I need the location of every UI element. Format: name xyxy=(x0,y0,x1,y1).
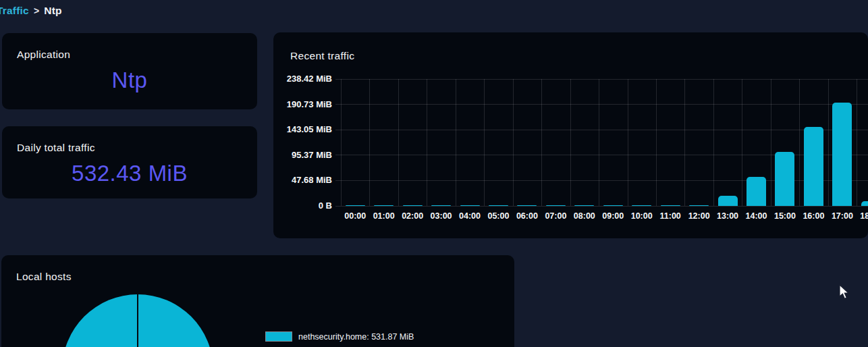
application-card: Application Ntp xyxy=(2,33,257,109)
v-gridline xyxy=(456,79,456,206)
x-tick-label: 13:00 xyxy=(711,211,744,221)
mouse-cursor-icon xyxy=(839,284,850,300)
x-tick-label: 17:00 xyxy=(826,211,859,221)
v-gridline xyxy=(599,79,599,206)
traffic-bar-16:00[interactable] xyxy=(804,127,823,206)
pie-legend-label: nethsecurity.home: 531.87 MiB xyxy=(298,332,414,342)
x-tick-label: 16:00 xyxy=(797,211,830,221)
traffic-bar-00:00[interactable] xyxy=(346,205,365,207)
v-gridline xyxy=(857,79,857,206)
x-tick-label: 04:00 xyxy=(454,211,486,221)
v-gridline xyxy=(513,79,514,206)
traffic-bar-10:00[interactable] xyxy=(632,205,651,207)
traffic-bar-08:00[interactable] xyxy=(574,205,594,207)
h-gridline xyxy=(335,104,868,105)
v-gridline xyxy=(628,79,628,206)
x-tick-label: 08:00 xyxy=(568,211,601,221)
v-gridline xyxy=(369,79,370,206)
y-tick-label: 190.73 MiB xyxy=(287,99,332,110)
application-card-title: Application xyxy=(17,49,70,61)
traffic-bar-09:00[interactable] xyxy=(603,205,623,207)
traffic-bar-01:00[interactable] xyxy=(374,205,394,207)
x-tick-label: 11:00 xyxy=(654,211,686,221)
daily-total-traffic-card: Daily total traffic 532.43 MiB xyxy=(2,126,257,198)
traffic-bar-18:00[interactable] xyxy=(861,201,868,206)
x-tick-label: 00:00 xyxy=(339,211,371,221)
x-tick-label: 07:00 xyxy=(539,211,572,221)
daily-total-value: 532.43 MiB xyxy=(2,161,257,186)
local-hosts-card-title: Local hosts xyxy=(16,271,72,283)
pie-slice-divider xyxy=(137,294,138,347)
breadcrumb-link-traffic[interactable]: Traffic xyxy=(0,5,29,17)
traffic-bar-03:00[interactable] xyxy=(431,205,451,207)
traffic-bar-15:00[interactable] xyxy=(775,152,794,206)
v-gridline xyxy=(398,79,399,206)
y-tick-label: 47.68 MiB xyxy=(292,175,332,186)
bar-chart-y-axis: 0 B47.68 MiB95.37 MiB143.05 MiB190.73 Mi… xyxy=(273,32,332,238)
v-gridline xyxy=(427,79,427,206)
y-tick-label: 0 B xyxy=(319,201,332,211)
h-gridline xyxy=(335,130,868,130)
daily-total-card-title: Daily total traffic xyxy=(17,142,95,154)
v-gridline xyxy=(828,79,829,206)
v-gridline xyxy=(684,79,685,206)
x-tick-label: 09:00 xyxy=(597,211,629,221)
bar-chart-plot-area[interactable]: 00:0001:0002:0003:0004:0005:0006:0007:00… xyxy=(341,79,868,206)
pie-legend-item[interactable]: nethsecurity.home: 531.87 MiB xyxy=(265,331,414,342)
y-tick-label: 143.05 MiB xyxy=(287,124,332,135)
application-value: Ntp xyxy=(2,68,257,93)
v-gridline xyxy=(541,79,542,206)
y-tick-label: 238.42 MiB xyxy=(287,74,332,84)
local-hosts-card: Local hosts nethsecurity.home: 531.87 Mi… xyxy=(1,255,514,347)
x-tick-label: 01:00 xyxy=(368,211,400,221)
x-tick-label: 12:00 xyxy=(683,211,715,221)
v-gridline xyxy=(341,79,342,206)
breadcrumb-separator-icon: > xyxy=(34,5,39,16)
v-gridline xyxy=(713,79,714,206)
traffic-bar-14:00[interactable] xyxy=(747,177,766,206)
v-gridline xyxy=(771,79,771,206)
x-tick-label: 05:00 xyxy=(482,211,514,221)
traffic-bar-05:00[interactable] xyxy=(489,205,508,207)
traffic-bar-13:00[interactable] xyxy=(718,196,738,206)
v-gridline xyxy=(570,79,571,206)
x-tick-label: 15:00 xyxy=(769,211,801,221)
legend-swatch-icon xyxy=(265,331,292,342)
v-gridline xyxy=(484,79,485,206)
x-tick-label: 02:00 xyxy=(396,211,429,221)
h-gridline xyxy=(335,79,868,80)
v-gridline xyxy=(656,79,657,206)
x-tick-label: 03:00 xyxy=(425,211,458,221)
v-gridline xyxy=(799,79,800,206)
v-gridline xyxy=(742,79,742,206)
traffic-bar-17:00[interactable] xyxy=(832,103,852,206)
traffic-bar-04:00[interactable] xyxy=(460,205,480,207)
y-tick-label: 95.37 MiB xyxy=(292,150,332,161)
x-tick-label: 18:00 xyxy=(855,211,868,221)
breadcrumb: Traffic > Ntp xyxy=(0,5,62,17)
traffic-bar-12:00[interactable] xyxy=(689,205,709,207)
breadcrumb-current-page: Ntp xyxy=(44,5,61,17)
traffic-bar-02:00[interactable] xyxy=(403,205,423,207)
traffic-bar-07:00[interactable] xyxy=(546,205,566,207)
x-tick-label: 14:00 xyxy=(740,211,773,221)
x-tick-label: 06:00 xyxy=(511,211,543,221)
x-tick-label: 10:00 xyxy=(626,211,658,221)
recent-traffic-card: Recent traffic 0 B47.68 MiB95.37 MiB143.… xyxy=(273,32,868,238)
traffic-bar-11:00[interactable] xyxy=(661,205,680,207)
traffic-bar-06:00[interactable] xyxy=(517,205,537,207)
